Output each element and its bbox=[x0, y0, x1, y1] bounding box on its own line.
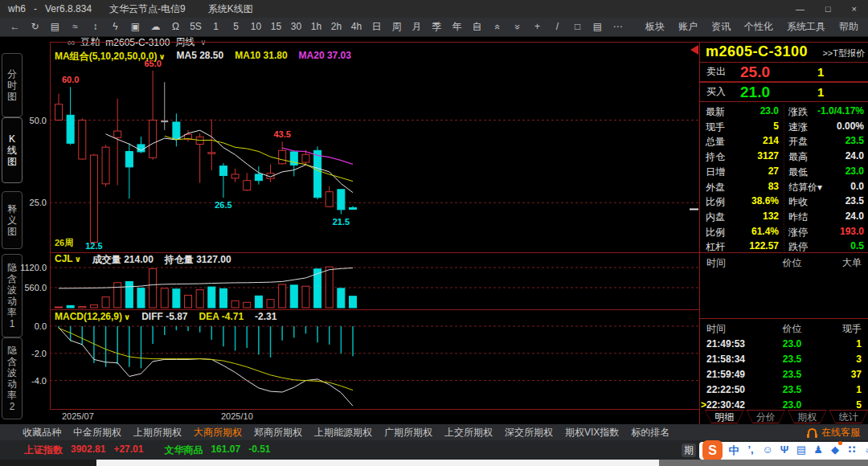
emoji-icon[interactable]: ☺ bbox=[762, 444, 773, 458]
menu-资讯[interactable]: 资讯 bbox=[711, 20, 731, 34]
profile-icon[interactable]: ♟ bbox=[813, 444, 824, 458]
quote-table-icon[interactable]: ▤ bbox=[45, 18, 65, 36]
online-service-button[interactable]: 在线客服 bbox=[807, 426, 860, 439]
sidebar-tab-分时图[interactable]: 分时图 bbox=[2, 53, 23, 117]
diff-line bbox=[59, 328, 353, 407]
sidebar-tab-K线图[interactable]: K线图 bbox=[2, 117, 23, 183]
period-button-自[interactable]: 自 bbox=[467, 18, 487, 36]
lightning-icon[interactable]: ϟ bbox=[105, 18, 125, 36]
assistant-icon[interactable]: ◆ bbox=[829, 444, 841, 458]
menu-帮助[interactable]: 帮助 bbox=[839, 20, 858, 34]
voice-icon[interactable]: Ψ bbox=[779, 444, 790, 458]
detail-tab-明细[interactable]: 明细 bbox=[705, 410, 744, 423]
price-annotation: 12.5 bbox=[85, 241, 102, 251]
ma-combo-selector[interactable]: MA组合(5,10,20,50,0,0)∨ bbox=[55, 50, 166, 63]
alert-bell-icon[interactable]: Ω bbox=[166, 18, 186, 36]
exchange-tab-郑商所期权[interactable]: 郑商所期权 bbox=[254, 426, 302, 439]
exchange-tab-上交所期权[interactable]: 上交所期权 bbox=[444, 426, 493, 439]
volume-bar bbox=[350, 296, 357, 308]
candlestick-icon[interactable]: ↕ bbox=[85, 18, 105, 36]
volume-bar bbox=[161, 288, 168, 308]
tick-row[interactable]: 21:58:3423.53 bbox=[700, 351, 868, 366]
toolbox-icon[interactable]: ∷ bbox=[846, 444, 858, 458]
menu-账户[interactable]: 账户 bbox=[678, 20, 698, 34]
tick-row[interactable]: 21:49:5323.01 bbox=[700, 336, 868, 351]
cloud-download-icon[interactable]: ☁ bbox=[145, 18, 166, 36]
exchange-tab-大商所期权[interactable]: 大商所期权 bbox=[194, 426, 242, 439]
collapse-up-icon[interactable]: « bbox=[487, 18, 507, 36]
taskbar-gray-segment bbox=[659, 460, 868, 466]
menu-板块[interactable]: 板块 bbox=[645, 20, 665, 34]
candle-body bbox=[302, 154, 309, 162]
candle-body bbox=[338, 190, 345, 210]
period-button-1h[interactable]: 1h bbox=[306, 18, 326, 36]
sogou-logo-icon[interactable]: S bbox=[702, 440, 723, 460]
volume-bar bbox=[302, 286, 309, 308]
exchange-tab-上期能源期权[interactable]: 上期能源期权 bbox=[314, 426, 372, 439]
candle-body bbox=[279, 150, 286, 163]
period-button-月[interactable]: 月 bbox=[407, 18, 427, 36]
tick-row[interactable]: 22:22:5023.51 bbox=[700, 382, 868, 397]
exchange-tab-收藏品种[interactable]: 收藏品种 bbox=[23, 426, 61, 439]
period-button-5[interactable]: 5 bbox=[226, 18, 246, 36]
volume-bar bbox=[231, 300, 239, 308]
more-icon[interactable]: ⋯ bbox=[608, 18, 628, 36]
chart-window-icon[interactable]: ▣ bbox=[125, 18, 145, 36]
kline-chart[interactable]: 60.065.043.512.526.521.526周2025/072025/1… bbox=[50, 42, 699, 426]
collapse-down-icon[interactable]: » bbox=[507, 18, 527, 36]
menu-个性化[interactable]: 个性化 bbox=[744, 20, 773, 34]
candle-body bbox=[219, 166, 227, 176]
punctuation-icon[interactable]: ’, bbox=[745, 444, 756, 458]
keyboard-icon[interactable]: ▤ bbox=[796, 444, 807, 458]
detail-tab-统计[interactable]: 统计 bbox=[829, 410, 868, 423]
refresh-icon[interactable]: ↻ bbox=[25, 18, 45, 36]
period-button-日[interactable]: 日 bbox=[366, 18, 387, 36]
add-pane-icon[interactable]: + bbox=[527, 18, 547, 36]
exchange-tab-中金所期权[interactable]: 中金所期权 bbox=[73, 426, 121, 439]
line-chart-icon[interactable]: ≈ bbox=[65, 18, 85, 36]
maximize-button[interactable]: □ bbox=[825, 4, 831, 14]
menu-系统工具[interactable]: 系统工具 bbox=[787, 20, 825, 34]
exchange-tab-深交所期权[interactable]: 深交所期权 bbox=[505, 426, 553, 439]
t-quote-link[interactable]: >>T型报价 bbox=[822, 47, 865, 59]
exchange-tab-广期所期权[interactable]: 广期所期权 bbox=[384, 426, 432, 439]
period-button-10[interactable]: 10 bbox=[246, 18, 266, 36]
price-annotation: 26.5 bbox=[215, 200, 231, 210]
detail-tab-期权[interactable]: 期权 bbox=[788, 410, 827, 423]
exchange-tab-上期所期权[interactable]: 上期所期权 bbox=[133, 426, 182, 439]
period-button-15[interactable]: 15 bbox=[266, 18, 286, 36]
trendline-icon[interactable]: / bbox=[547, 18, 567, 36]
layout-icon[interactable]: ▤ bbox=[588, 18, 608, 36]
tick-row[interactable]: 21:59:4923.537 bbox=[700, 366, 868, 382]
rectangle-tool-icon[interactable]: □ bbox=[567, 18, 588, 36]
period-button-周[interactable]: 周 bbox=[387, 18, 407, 36]
quote-row: 最新23.0涨跌-1.0/4.17% bbox=[700, 104, 868, 118]
macd-indicator-header: MACD(12,26,9)∨ DIFF -5.87 DEA -4.71 -2.3… bbox=[55, 311, 276, 322]
chinese-mode-icon[interactable]: 中 bbox=[728, 444, 739, 458]
title-bar: wh6 - Ver6.8.834 文华云节点-电信9 系统K线图 — □ × bbox=[0, 0, 868, 18]
settings-icon[interactable]: ☼ bbox=[863, 444, 868, 458]
period-button-1[interactable]: 1 bbox=[206, 18, 226, 36]
macd-axis-label: -4.0 bbox=[10, 376, 47, 386]
candle-body bbox=[314, 150, 321, 197]
minimize-button[interactable]: — bbox=[796, 4, 805, 14]
period-button-2h[interactable]: 2h bbox=[326, 18, 346, 36]
ask-row: 卖出 25.0 1 bbox=[700, 62, 868, 82]
period-button-5S[interactable]: 5S bbox=[186, 18, 206, 36]
period-button-30[interactable]: 30 bbox=[286, 18, 306, 36]
volume-bar bbox=[125, 281, 133, 308]
period-button-季[interactable]: 季 bbox=[427, 18, 447, 36]
exchange-tab-标的排名[interactable]: 标的排名 bbox=[631, 426, 669, 439]
close-button[interactable]: × bbox=[852, 4, 857, 14]
ime-lang-box[interactable]: 期 bbox=[682, 444, 696, 457]
back-icon[interactable]: ← bbox=[5, 18, 25, 36]
ask-price[interactable]: 25.0 bbox=[740, 63, 792, 81]
period-button-年[interactable]: 年 bbox=[447, 18, 467, 36]
cjl-selector[interactable]: CJL∨ bbox=[55, 253, 81, 267]
period-button-4h[interactable]: 4h bbox=[346, 18, 366, 36]
detail-tab-分价[interactable]: 分价 bbox=[747, 410, 786, 423]
volume-bar bbox=[185, 295, 192, 308]
bid-price[interactable]: 21.0 bbox=[740, 84, 792, 101]
exchange-tab-期权VIX指数[interactable]: 期权VIX指数 bbox=[565, 426, 619, 439]
macd-selector[interactable]: MACD(12,26,9)∨ bbox=[55, 311, 130, 322]
